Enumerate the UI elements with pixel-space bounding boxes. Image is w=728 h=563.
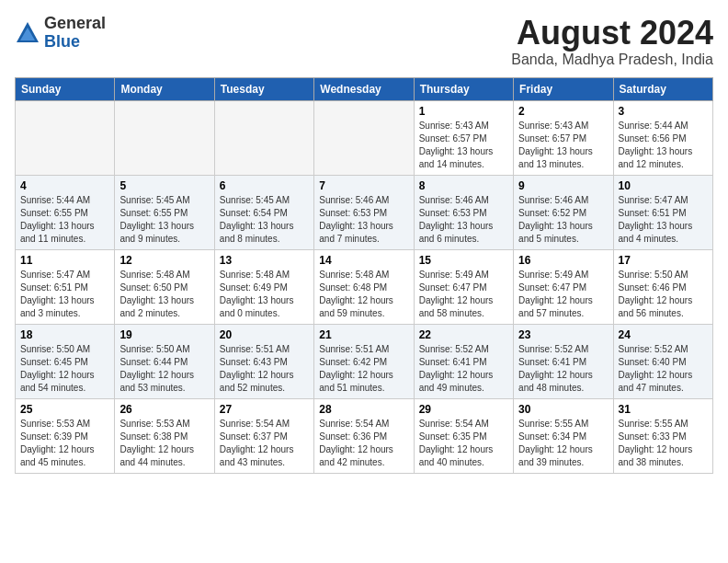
day-number: 18 <box>20 328 109 341</box>
logo-general: General <box>44 14 106 32</box>
day-number: 13 <box>220 254 309 267</box>
header-thursday: Thursday <box>414 77 513 100</box>
day-info: Sunrise: 5:43 AM Sunset: 6:57 PM Dayligh… <box>518 120 608 171</box>
day-cell: 20Sunrise: 5:51 AM Sunset: 6:43 PM Dayli… <box>214 324 313 398</box>
day-cell <box>214 100 313 175</box>
day-number: 9 <box>518 179 608 192</box>
day-number: 5 <box>119 179 209 192</box>
header-tuesday: Tuesday <box>214 77 313 100</box>
day-cell: 3Sunrise: 5:44 AM Sunset: 6:56 PM Daylig… <box>613 100 712 175</box>
day-info: Sunrise: 5:55 AM Sunset: 6:34 PM Dayligh… <box>518 418 608 469</box>
day-cell: 10Sunrise: 5:47 AM Sunset: 6:51 PM Dayli… <box>613 175 712 249</box>
day-info: Sunrise: 5:53 AM Sunset: 6:38 PM Dayligh… <box>119 418 209 469</box>
day-info: Sunrise: 5:49 AM Sunset: 6:47 PM Dayligh… <box>518 269 608 320</box>
day-info: Sunrise: 5:54 AM Sunset: 6:36 PM Dayligh… <box>319 418 408 469</box>
day-number: 30 <box>518 403 608 416</box>
day-cell <box>16 100 115 175</box>
day-info: Sunrise: 5:54 AM Sunset: 6:35 PM Dayligh… <box>419 418 508 469</box>
day-cell: 26Sunrise: 5:53 AM Sunset: 6:38 PM Dayli… <box>115 398 214 473</box>
day-number: 17 <box>619 254 708 267</box>
day-info: Sunrise: 5:52 AM Sunset: 6:40 PM Dayligh… <box>619 343 708 395</box>
day-number: 26 <box>119 403 209 416</box>
day-info: Sunrise: 5:46 AM Sunset: 6:53 PM Dayligh… <box>319 194 408 246</box>
day-info: Sunrise: 5:53 AM Sunset: 6:39 PM Dayligh… <box>20 418 109 469</box>
day-number: 24 <box>619 328 708 341</box>
day-info: Sunrise: 5:52 AM Sunset: 6:41 PM Dayligh… <box>419 343 508 395</box>
day-number: 29 <box>419 403 508 416</box>
day-number: 22 <box>419 328 508 341</box>
day-info: Sunrise: 5:47 AM Sunset: 6:51 PM Dayligh… <box>619 194 708 246</box>
day-number: 10 <box>619 179 708 192</box>
day-cell: 11Sunrise: 5:47 AM Sunset: 6:51 PM Dayli… <box>16 249 115 324</box>
day-number: 20 <box>220 328 309 341</box>
day-number: 12 <box>119 254 209 267</box>
day-number: 4 <box>20 179 109 192</box>
day-info: Sunrise: 5:48 AM Sunset: 6:48 PM Dayligh… <box>319 269 408 320</box>
day-info: Sunrise: 5:50 AM Sunset: 6:46 PM Dayligh… <box>619 269 708 320</box>
day-cell: 12Sunrise: 5:48 AM Sunset: 6:50 PM Dayli… <box>115 249 214 324</box>
title-block: August 2024 Banda, Madhya Pradesh, India <box>511 15 713 68</box>
day-number: 28 <box>319 403 408 416</box>
day-cell: 5Sunrise: 5:45 AM Sunset: 6:55 PM Daylig… <box>115 175 214 249</box>
day-number: 2 <box>518 105 608 118</box>
day-cell: 9Sunrise: 5:46 AM Sunset: 6:52 PM Daylig… <box>514 175 613 249</box>
day-number: 15 <box>419 254 508 267</box>
page-header: General Blue August 2024 Banda, Madhya P… <box>15 15 713 68</box>
day-number: 11 <box>20 254 109 267</box>
week-row-4: 18Sunrise: 5:50 AM Sunset: 6:45 PM Dayli… <box>16 324 713 398</box>
logo-text: General Blue <box>44 15 106 52</box>
logo-icon <box>15 20 40 46</box>
day-cell: 7Sunrise: 5:46 AM Sunset: 6:53 PM Daylig… <box>314 175 414 249</box>
week-row-5: 25Sunrise: 5:53 AM Sunset: 6:39 PM Dayli… <box>16 398 713 473</box>
header-wednesday: Wednesday <box>314 77 414 100</box>
day-cell: 28Sunrise: 5:54 AM Sunset: 6:36 PM Dayli… <box>314 398 414 473</box>
day-info: Sunrise: 5:47 AM Sunset: 6:51 PM Dayligh… <box>20 269 109 320</box>
day-cell: 30Sunrise: 5:55 AM Sunset: 6:34 PM Dayli… <box>514 398 613 473</box>
week-row-3: 11Sunrise: 5:47 AM Sunset: 6:51 PM Dayli… <box>16 249 713 324</box>
day-info: Sunrise: 5:51 AM Sunset: 6:42 PM Dayligh… <box>319 343 408 395</box>
day-cell: 19Sunrise: 5:50 AM Sunset: 6:44 PM Dayli… <box>115 324 214 398</box>
week-row-1: 1Sunrise: 5:43 AM Sunset: 6:57 PM Daylig… <box>16 100 713 175</box>
month-year: August 2024 <box>511 15 713 52</box>
day-info: Sunrise: 5:50 AM Sunset: 6:44 PM Dayligh… <box>119 343 209 395</box>
day-cell: 22Sunrise: 5:52 AM Sunset: 6:41 PM Dayli… <box>414 324 513 398</box>
day-cell: 2Sunrise: 5:43 AM Sunset: 6:57 PM Daylig… <box>514 100 613 175</box>
day-cell: 18Sunrise: 5:50 AM Sunset: 6:45 PM Dayli… <box>16 324 115 398</box>
day-number: 23 <box>518 328 608 341</box>
day-info: Sunrise: 5:55 AM Sunset: 6:33 PM Dayligh… <box>619 418 708 469</box>
day-info: Sunrise: 5:48 AM Sunset: 6:49 PM Dayligh… <box>220 269 309 320</box>
day-info: Sunrise: 5:48 AM Sunset: 6:50 PM Dayligh… <box>119 269 209 320</box>
day-cell: 23Sunrise: 5:52 AM Sunset: 6:41 PM Dayli… <box>514 324 613 398</box>
day-info: Sunrise: 5:49 AM Sunset: 6:47 PM Dayligh… <box>419 269 508 320</box>
day-cell: 24Sunrise: 5:52 AM Sunset: 6:40 PM Dayli… <box>613 324 712 398</box>
day-cell <box>314 100 414 175</box>
day-info: Sunrise: 5:44 AM Sunset: 6:55 PM Dayligh… <box>20 194 109 246</box>
logo-blue: Blue <box>44 32 80 51</box>
day-info: Sunrise: 5:46 AM Sunset: 6:53 PM Dayligh… <box>419 194 508 246</box>
day-info: Sunrise: 5:52 AM Sunset: 6:41 PM Dayligh… <box>518 343 608 395</box>
day-number: 27 <box>220 403 309 416</box>
day-cell: 1Sunrise: 5:43 AM Sunset: 6:57 PM Daylig… <box>414 100 513 175</box>
day-info: Sunrise: 5:50 AM Sunset: 6:45 PM Dayligh… <box>20 343 109 395</box>
day-cell: 6Sunrise: 5:45 AM Sunset: 6:54 PM Daylig… <box>214 175 313 249</box>
day-number: 16 <box>518 254 608 267</box>
day-cell: 27Sunrise: 5:54 AM Sunset: 6:37 PM Dayli… <box>214 398 313 473</box>
day-number: 8 <box>419 179 508 192</box>
day-info: Sunrise: 5:44 AM Sunset: 6:56 PM Dayligh… <box>619 120 708 171</box>
day-info: Sunrise: 5:54 AM Sunset: 6:37 PM Dayligh… <box>220 418 309 469</box>
day-number: 21 <box>319 328 408 341</box>
day-info: Sunrise: 5:46 AM Sunset: 6:52 PM Dayligh… <box>518 194 608 246</box>
day-cell: 4Sunrise: 5:44 AM Sunset: 6:55 PM Daylig… <box>16 175 115 249</box>
day-info: Sunrise: 5:51 AM Sunset: 6:43 PM Dayligh… <box>220 343 309 395</box>
header-friday: Friday <box>514 77 613 100</box>
header-monday: Monday <box>115 77 214 100</box>
day-number: 25 <box>20 403 109 416</box>
header-saturday: Saturday <box>613 77 712 100</box>
header-sunday: Sunday <box>16 77 115 100</box>
day-number: 31 <box>619 403 708 416</box>
day-cell: 8Sunrise: 5:46 AM Sunset: 6:53 PM Daylig… <box>414 175 513 249</box>
week-row-2: 4Sunrise: 5:44 AM Sunset: 6:55 PM Daylig… <box>16 175 713 249</box>
logo: General Blue <box>15 15 106 52</box>
day-cell: 15Sunrise: 5:49 AM Sunset: 6:47 PM Dayli… <box>414 249 513 324</box>
calendar-table: SundayMondayTuesdayWednesdayThursdayFrid… <box>15 77 713 474</box>
